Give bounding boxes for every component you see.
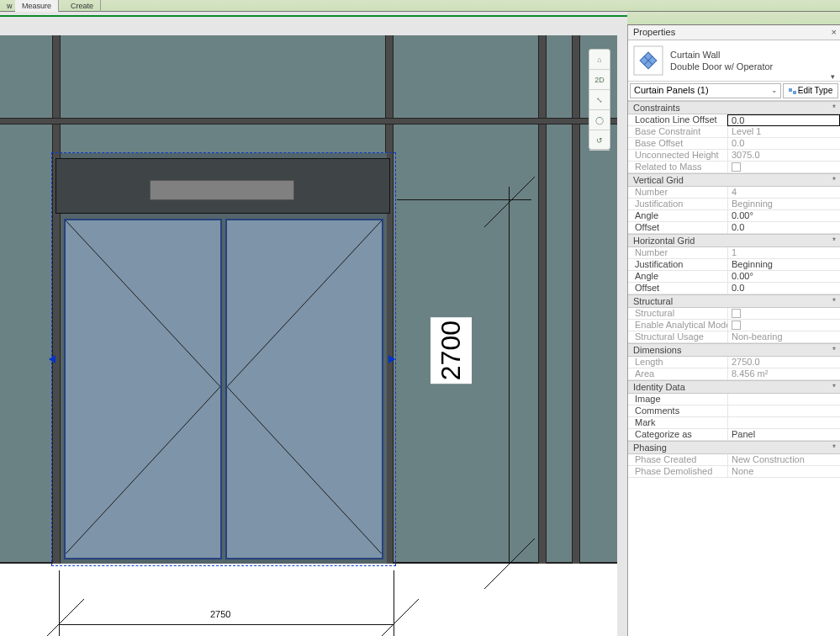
- type-name: Double Door w/ Operator: [670, 61, 773, 72]
- group-header[interactable]: Horizontal Grid*: [628, 234, 840, 247]
- property-value[interactable]: [727, 394, 840, 405]
- property-value[interactable]: 0.0: [727, 114, 840, 126]
- dim-vert-value[interactable]: 2700: [431, 317, 472, 384]
- group-header[interactable]: Phasing*: [628, 441, 840, 454]
- property-row[interactable]: Image: [628, 394, 840, 405]
- property-row: Base Offset0.0: [628, 138, 840, 150]
- chevron-down-icon: ⌄: [771, 86, 778, 94]
- property-value[interactable]: 0.0: [727, 283, 840, 294]
- nav-2d-icon[interactable]: 2D: [589, 70, 610, 90]
- expand-icon[interactable]: *: [832, 236, 836, 246]
- property-label: Justification: [628, 259, 727, 270]
- property-label: Comments: [628, 405, 727, 416]
- property-label: Enable Analytical Model: [628, 320, 727, 331]
- dim-vert-line: [509, 187, 510, 564]
- property-row[interactable]: Categorize asPanel: [628, 429, 840, 441]
- dim-witness: [397, 199, 531, 200]
- property-value: 4: [727, 187, 840, 198]
- property-value: Beginning: [727, 199, 840, 209]
- property-row: Phase DemolishedNone: [628, 466, 840, 478]
- property-value[interactable]: [727, 417, 840, 428]
- dim-h-value[interactable]: 2750: [210, 609, 230, 619]
- property-row[interactable]: Angle0.00°: [628, 210, 840, 222]
- property-label: Categorize as: [628, 429, 727, 440]
- svg-line-2: [227, 220, 382, 387]
- viewport[interactable]: 2700 2750: [0, 35, 617, 636]
- property-row[interactable]: Offset0.0: [628, 222, 840, 234]
- group-header[interactable]: Constraints*: [628, 101, 840, 114]
- group-header[interactable]: Vertical Grid*: [628, 173, 840, 187]
- property-value: [727, 308, 840, 319]
- svg-line-5: [484, 538, 535, 589]
- ribbon-right-strip: [627, 12, 840, 25]
- property-label: Structural: [628, 308, 727, 319]
- checkbox: [732, 321, 741, 330]
- ribbon-tab[interactable]: Measure: [15, 0, 59, 12]
- property-row: Base ConstraintLevel 1: [628, 126, 840, 138]
- properties-panel: Properties × Curtain Wall Double Door w/…: [627, 25, 840, 636]
- property-row: Structural UsageNon-bearing: [628, 331, 840, 343]
- property-value: 3075.0: [727, 150, 840, 161]
- property-value[interactable]: Beginning: [727, 259, 840, 270]
- edit-type-button[interactable]: Edit Type: [783, 83, 838, 98]
- chevron-down-icon[interactable]: ▾: [831, 72, 835, 81]
- property-label: Number: [628, 187, 727, 198]
- property-row[interactable]: Comments: [628, 405, 840, 417]
- property-label: Justification: [628, 199, 727, 209]
- panel-title-bar[interactable]: Properties ×: [628, 25, 840, 40]
- property-label: Related to Mass: [628, 162, 727, 172]
- property-label: Area: [628, 368, 727, 379]
- door-leaf-right[interactable]: [225, 219, 383, 559]
- property-value[interactable]: 0.0: [727, 222, 840, 233]
- property-label: Phase Created: [628, 454, 727, 465]
- svg-rect-13: [793, 91, 796, 94]
- group-header[interactable]: Structural*: [628, 294, 840, 308]
- property-row: Number1: [628, 247, 840, 259]
- category-filter[interactable]: Curtain Panels (1) ⌄: [630, 83, 781, 98]
- nav-home-icon[interactable]: ⌂: [589, 50, 610, 70]
- property-value: [727, 162, 840, 172]
- expand-icon[interactable]: *: [832, 103, 836, 113]
- property-value[interactable]: Panel: [727, 429, 840, 440]
- expand-icon[interactable]: *: [832, 297, 836, 306]
- property-value[interactable]: 0.00°: [727, 271, 840, 282]
- expand-icon[interactable]: *: [832, 443, 836, 453]
- mullion: [0, 118, 617, 125]
- canvas[interactable]: ‒ ▭ ×: [0, 12, 627, 636]
- expand-icon[interactable]: *: [832, 383, 836, 392]
- property-value: 1: [727, 247, 840, 258]
- door-leaf-left[interactable]: [64, 219, 222, 559]
- property-label: Structural Usage: [628, 331, 727, 342]
- property-row[interactable]: Offset0.0: [628, 283, 840, 294]
- expand-icon[interactable]: *: [832, 176, 836, 185]
- door-swing-lines: [227, 220, 382, 554]
- property-value: 0.0: [727, 138, 840, 149]
- nav-orbit-icon[interactable]: ◯: [589, 110, 610, 130]
- property-row[interactable]: Mark: [628, 417, 840, 429]
- close-icon[interactable]: ×: [832, 27, 837, 37]
- svg-line-6: [34, 599, 84, 636]
- property-row[interactable]: Angle0.00°: [628, 271, 840, 283]
- expand-icon[interactable]: *: [832, 346, 836, 355]
- property-row: JustificationBeginning: [628, 199, 840, 210]
- property-label: Angle: [628, 271, 727, 282]
- property-value[interactable]: 0.00°: [727, 210, 840, 221]
- flip-arrow-left-icon[interactable]: [49, 355, 55, 363]
- type-selector[interactable]: Curtain Wall Double Door w/ Operator ▾: [628, 40, 840, 82]
- nav-pan-icon[interactable]: ⤡: [589, 90, 610, 110]
- group-header[interactable]: Identity Data*: [628, 380, 840, 394]
- ribbon-tab[interactable]: Create: [64, 0, 101, 12]
- svg-line-4: [484, 177, 535, 227]
- group-header[interactable]: Dimensions*: [628, 343, 840, 357]
- property-row[interactable]: Location Line Offset0.0: [628, 114, 840, 126]
- property-value[interactable]: [727, 405, 840, 416]
- nav-refresh-icon[interactable]: ↺: [589, 130, 610, 151]
- property-row[interactable]: JustificationBeginning: [628, 259, 840, 271]
- property-label: Mark: [628, 417, 727, 428]
- flip-arrow-right-icon[interactable]: [388, 355, 395, 363]
- property-label: Base Offset: [628, 138, 727, 149]
- property-value: 8.456 m²: [727, 368, 840, 379]
- property-row: Area8.456 m²: [628, 368, 840, 380]
- property-label: Offset: [628, 222, 727, 233]
- dim-h-line: [59, 624, 394, 625]
